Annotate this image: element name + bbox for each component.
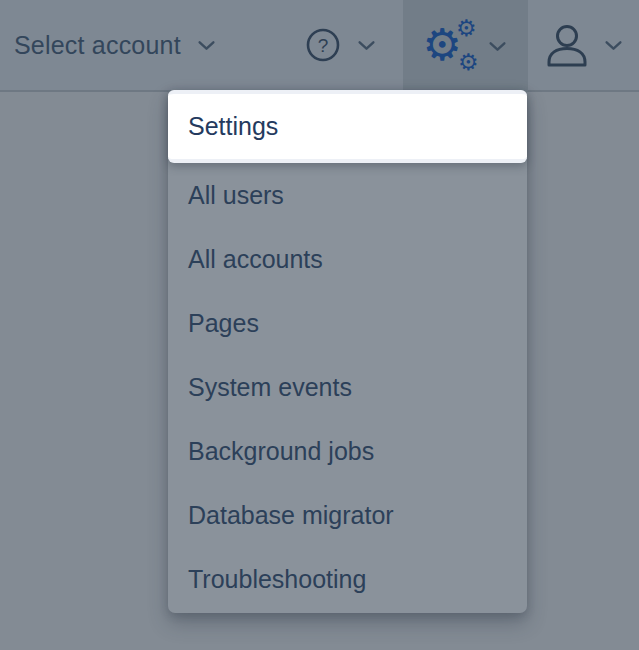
chevron-down-icon [488, 41, 507, 52]
chevron-down-icon [197, 40, 216, 51]
menu-item-system-events[interactable]: System events [168, 355, 527, 419]
svg-text:?: ? [318, 35, 329, 56]
help-icon: ? [306, 28, 340, 62]
account-selector-label: Select account [14, 31, 181, 60]
menu-item-all-users[interactable]: All users [168, 163, 527, 227]
user-icon [546, 21, 588, 69]
menu-item-all-accounts[interactable]: All accounts [168, 227, 527, 291]
menu-item-pages[interactable]: Pages [168, 291, 527, 355]
menu-item-database-migrator[interactable]: Database migrator [168, 483, 527, 547]
menu-item-troubleshooting[interactable]: Troubleshooting [168, 547, 527, 611]
user-menu-button[interactable] [546, 0, 623, 90]
account-selector[interactable]: Select account [14, 0, 216, 90]
admin-menu-button[interactable]: ⚙ ⚙ ⚙ [403, 0, 528, 92]
admin-dropdown-menu: Settings All users All accounts Pages Sy… [168, 90, 527, 613]
gear-small-bottom-icon: ⚙ [458, 51, 479, 74]
gear-small-top-icon: ⚙ [456, 17, 477, 40]
help-menu-button[interactable]: ? [306, 0, 376, 90]
chevron-down-icon [357, 40, 376, 51]
menu-item-background-jobs[interactable]: Background jobs [168, 419, 527, 483]
chevron-down-icon [604, 40, 623, 51]
gears-icon: ⚙ ⚙ ⚙ [425, 20, 475, 72]
menu-item-settings[interactable]: Settings [168, 90, 527, 163]
top-bar: Select account ? ⚙ ⚙ ⚙ [0, 0, 639, 92]
